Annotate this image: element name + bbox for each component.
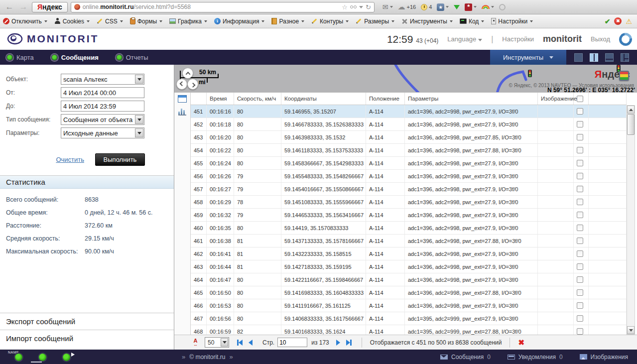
row-checkbox[interactable] <box>577 315 583 322</box>
table-row[interactable]: 45100:16:168059.146955, 35.15207A-114adc… <box>191 105 627 118</box>
map-strip[interactable]: 50 km 20 mi Яндекс © Яндекс, © 2013 NAVT… <box>174 65 637 92</box>
close-grid-icon[interactable]: ✖ <box>518 338 524 347</box>
table-row[interactable]: 46400:16:478059.1422116667, 35.159846666… <box>191 273 627 286</box>
images-counter[interactable]: Изображения <box>580 354 628 361</box>
row-checkbox[interactable] <box>577 173 583 179</box>
table-row[interactable]: 46700:16:568059.1406833333, 35.161756666… <box>191 312 627 325</box>
table-row[interactable]: 46300:16:448159.1427183333, 35.159195A-1… <box>191 260 627 273</box>
downloads-extension[interactable] <box>454 5 460 9</box>
address-bar[interactable]: online.monitorit.ru/service.html?d=5568 … <box>71 2 375 12</box>
table-row[interactable]: 45400:16:228059.1461183333, 35.153753333… <box>191 144 627 157</box>
devtoolbar-item-graphics[interactable]: Графика <box>169 18 207 25</box>
table-row[interactable]: 46000:16:358059.14419, 35.1570833333A-11… <box>191 222 627 235</box>
row-checkbox[interactable] <box>577 263 583 270</box>
history-extension[interactable]: 4 <box>421 4 432 10</box>
next-page-button[interactable] <box>336 340 340 346</box>
language-menu[interactable]: Language <box>447 35 482 43</box>
table-row[interactable]: 45500:16:248059.1458366667, 35.154298333… <box>191 157 627 170</box>
row-checkbox[interactable] <box>577 302 583 309</box>
scrollbar-thumb[interactable] <box>627 114 635 135</box>
layout-mixed-split-icon[interactable] <box>621 53 629 62</box>
table-row[interactable]: 45600:16:267959.1455483333, 35.154826666… <box>191 170 627 183</box>
devtoolbar-item-cookies[interactable]: Cookies <box>54 18 90 25</box>
table-row[interactable]: 45200:16:188059.1466783333, 35.152638333… <box>191 118 627 131</box>
map-layers-button[interactable] <box>619 71 629 81</box>
devtoolbar-item-outlines[interactable]: Контуры <box>311 18 349 25</box>
row-checkbox[interactable] <box>577 186 583 192</box>
row-checkbox[interactable] <box>577 276 583 283</box>
col-position[interactable]: Положение <box>366 93 405 105</box>
messages-counter[interactable]: Сообщения 0 <box>440 354 491 361</box>
table-row[interactable]: 45900:16:327959.1446533333, 35.156341666… <box>191 209 627 222</box>
pan-up-button[interactable] <box>182 68 193 79</box>
table-view-icon[interactable] <box>178 95 187 103</box>
col-image[interactable]: Изображение <box>538 93 574 105</box>
object-select[interactable]: scania Альтекс <box>61 74 144 85</box>
valid-check-icon[interactable]: ✔ <box>605 17 611 25</box>
table-row[interactable]: 45800:16:297859.1451083333, 35.155596666… <box>191 196 627 209</box>
message-type-select[interactable]: Сообщения от объекта <box>61 114 144 125</box>
page-number-input[interactable] <box>277 338 307 347</box>
vertical-scrollbar[interactable] <box>627 105 635 335</box>
col-params[interactable]: Параметры <box>405 93 538 105</box>
layout-single-icon[interactable] <box>574 53 583 62</box>
chevron-down-icon[interactable] <box>135 128 143 137</box>
run-button[interactable]: Выполнить <box>95 153 145 166</box>
nav-tab-map[interactable]: Карта <box>7 54 34 61</box>
logout-link[interactable]: Выход <box>591 35 610 43</box>
layout-vertical-split-icon[interactable] <box>590 53 598 62</box>
devtoolbar-item-sizes[interactable]: Размеры <box>356 18 394 25</box>
table-row[interactable]: 45700:16:277959.1454016667, 35.155086666… <box>191 183 627 196</box>
tools-menu-button[interactable]: Инструменты <box>490 50 566 65</box>
row-checkbox[interactable] <box>577 108 583 115</box>
table-row[interactable]: 46100:16:388159.1437133333, 35.157816666… <box>191 235 627 247</box>
table-row[interactable]: 46800:16:598259.1401683333, 35.1624A-114… <box>191 325 627 335</box>
warning-icon[interactable]: ⚠ <box>626 17 632 25</box>
browser-back-icon[interactable]: ← <box>4 2 15 12</box>
devtoolbar-item-css[interactable]: CSS <box>97 18 123 25</box>
browser-forward-icon[interactable]: → <box>18 2 29 12</box>
table-row[interactable]: 46600:16:538059.1411916667, 35.161125A-1… <box>191 299 627 312</box>
first-page-button[interactable] <box>237 340 243 346</box>
row-checkbox[interactable] <box>577 121 583 127</box>
pan-right-button[interactable] <box>187 79 198 90</box>
row-checkbox[interactable] <box>577 250 583 257</box>
layout-horizontal-split-icon[interactable] <box>605 53 614 62</box>
nav-tab-messages[interactable]: Сообщения <box>52 54 99 61</box>
row-checkbox[interactable] <box>577 199 583 205</box>
table-row[interactable]: 46200:16:418159.1432233333, 35.158515A-1… <box>191 247 627 260</box>
table-row[interactable]: 45300:16:208059.1463983333, 35.1532A-114… <box>191 131 627 144</box>
reader-mode-icon[interactable] <box>350 5 357 8</box>
col-num[interactable] <box>191 93 207 105</box>
devtoolbar-item-disable[interactable]: Отключить <box>3 18 47 25</box>
devtoolbar-item-forms[interactable]: Формы <box>130 18 162 25</box>
col-time[interactable]: Время <box>207 93 234 105</box>
last-page-button[interactable] <box>346 340 352 346</box>
bookmark-star-icon[interactable]: ☆ <box>342 3 348 11</box>
devtoolbar-item-misc[interactable]: Разное <box>271 18 304 25</box>
row-checkbox[interactable] <box>577 212 583 218</box>
status-indicator-icon[interactable] <box>39 354 46 361</box>
table-row[interactable]: 46500:16:508059.1416983333, 35.160483333… <box>191 286 627 299</box>
devtoolbar-item-code[interactable]: Код <box>460 18 484 25</box>
row-checkbox[interactable] <box>577 134 583 140</box>
row-checkbox[interactable] <box>577 225 583 231</box>
page-size-select[interactable]: 50 <box>205 337 229 348</box>
error-icon[interactable]: ✖ <box>614 17 622 25</box>
scroll-up-icon[interactable] <box>627 106 635 114</box>
chevron-down-icon[interactable] <box>221 338 228 347</box>
refresh-icon[interactable]: ↻ <box>366 3 371 11</box>
autofit-columns-icon[interactable]: A↔ <box>193 339 198 347</box>
adblock-extension[interactable]: * <box>465 3 477 11</box>
address-dropdown-icon[interactable] <box>359 6 363 8</box>
settings-link[interactable]: Настройки <box>502 35 534 43</box>
bookmarks-extension[interactable]: ★ <box>437 3 449 11</box>
yandex-button[interactable]: ЯЯндексндекс <box>32 2 68 12</box>
chart-view-icon[interactable] <box>178 109 186 116</box>
row-checkbox[interactable] <box>577 160 583 166</box>
col-coords[interactable]: Координаты <box>281 93 366 105</box>
export-messages-section[interactable]: Экспорт сообщений <box>0 313 174 330</box>
import-messages-section[interactable]: Импорт сообщений <box>0 330 174 347</box>
status-indicator-arrow-icon[interactable] <box>63 354 70 361</box>
browser-menu[interactable] <box>499 4 506 10</box>
